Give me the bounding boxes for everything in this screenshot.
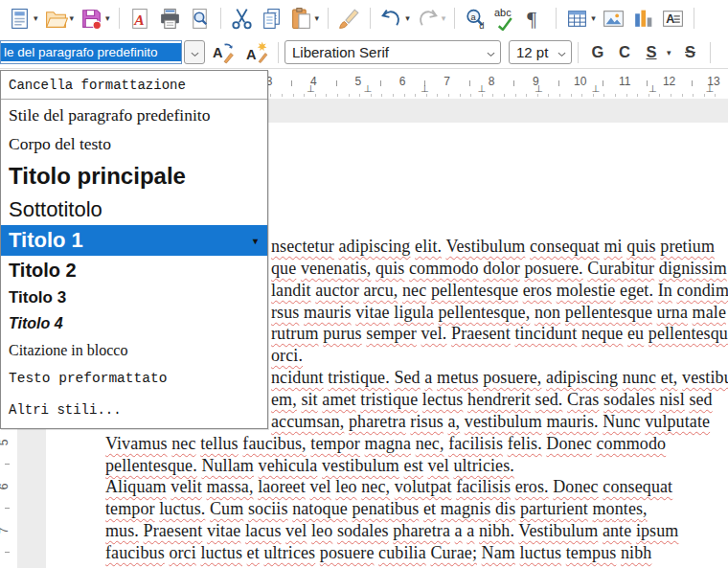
standard-toolbar: ▾▾▾A▾▾▾adabc¶▾A bbox=[0, 0, 728, 36]
undo-button[interactable]: ▾ bbox=[376, 4, 413, 33]
ruler-number: 11 bbox=[619, 75, 630, 88]
dropdown-arrow-icon[interactable]: ▾ bbox=[315, 13, 320, 23]
svg-text:A: A bbox=[213, 45, 223, 60]
paragraph-style-input[interactable]: le del paragrafo predefinito bbox=[0, 40, 182, 64]
tab-stop-marker[interactable]: ⊥ bbox=[364, 83, 373, 94]
formatting-marks-button[interactable]: ¶ bbox=[520, 4, 550, 33]
ruler-number: 6 bbox=[399, 75, 406, 88]
print-preview-button[interactable] bbox=[185, 4, 215, 33]
print-icon bbox=[158, 7, 182, 31]
open-button[interactable]: ▾ bbox=[41, 4, 78, 33]
insert-chart-button[interactable] bbox=[628, 4, 658, 33]
export-pdf-button[interactable]: A bbox=[125, 4, 155, 33]
document-text-line: mus. Praesent vitae lacus vel leo sodale… bbox=[105, 521, 678, 541]
chevron-down-icon[interactable] bbox=[557, 44, 566, 60]
ruler-minor-tick bbox=[426, 94, 427, 97]
paragraph-style-dropdown-button[interactable] bbox=[184, 40, 205, 64]
cut-button[interactable] bbox=[227, 4, 257, 33]
tab-stop-marker[interactable]: ⊥ bbox=[535, 83, 543, 94]
insert-textbox-button[interactable]: A bbox=[658, 4, 688, 33]
tab-stop-marker[interactable]: ⊥ bbox=[592, 83, 601, 94]
ruler-minor-tick bbox=[659, 94, 660, 97]
style-item-label: Titolo principale bbox=[9, 163, 186, 190]
document-text-line: ncidunt tristique. Sed a metus posuere, … bbox=[271, 368, 728, 388]
find-replace-icon: ad bbox=[464, 7, 488, 31]
paragraph-style-menu: Cancella formattazioneStile del paragraf… bbox=[0, 70, 268, 429]
style-item-citazione-in-blocco[interactable]: Citazione in blocco bbox=[1, 337, 267, 364]
copy-button[interactable] bbox=[257, 4, 286, 33]
ruler-number: 12 bbox=[663, 75, 675, 88]
style-item-cancella-formattazione[interactable]: Cancella formattazione bbox=[1, 72, 267, 98]
style-item-testo-preformattato[interactable]: Testo preformattato bbox=[1, 364, 267, 393]
dropdown-arrow-icon[interactable]: ▾ bbox=[70, 13, 75, 23]
update-style-icon: A bbox=[212, 40, 236, 64]
ruler-minor-tick bbox=[304, 94, 305, 97]
italic-button[interactable]: C bbox=[611, 43, 638, 61]
formatting-marks-icon: ¶ bbox=[523, 7, 547, 31]
print-button[interactable] bbox=[155, 4, 185, 33]
style-item-stile-del-paragrafo-predefinito[interactable]: Stile del paragrafo predefinito bbox=[1, 101, 267, 129]
bold-button[interactable]: G bbox=[584, 43, 611, 61]
style-item-titolo-4[interactable]: Titolo 4 bbox=[1, 310, 267, 337]
ruler-minor-tick bbox=[326, 94, 327, 97]
ruler-tick bbox=[469, 80, 470, 86]
font-size-combo[interactable]: 12 pt bbox=[509, 40, 572, 64]
ruler-minor-tick bbox=[293, 94, 294, 97]
style-item-titolo-3[interactable]: Titolo 3 bbox=[1, 285, 267, 310]
style-item-titolo-1[interactable]: Titolo 1▾ bbox=[1, 225, 267, 256]
toolbar-separator bbox=[220, 8, 221, 29]
style-item-label: Cancella formattazione bbox=[9, 78, 186, 93]
tab-stop-marker[interactable]: ⊥ bbox=[706, 83, 715, 94]
style-item-label: Sottotitolo bbox=[9, 197, 102, 222]
ruler-minor-tick bbox=[492, 94, 493, 97]
ruler-number: 7 bbox=[0, 528, 11, 534]
chevron-down-icon[interactable] bbox=[487, 44, 495, 60]
style-item-sottotitolo[interactable]: Sottotitolo bbox=[1, 193, 267, 225]
style-item-label: Titolo 1 bbox=[9, 228, 83, 253]
tab-stop-marker[interactable]: ⊥ bbox=[648, 83, 657, 94]
new-document-icon bbox=[8, 7, 32, 31]
ruler-minor-tick bbox=[315, 94, 316, 97]
spelling-icon: abc bbox=[493, 7, 517, 31]
dropdown-arrow-icon[interactable]: ▾ bbox=[405, 13, 410, 23]
dropdown-arrow-icon[interactable]: ▾ bbox=[34, 13, 38, 23]
tab-stop-marker[interactable]: ⊥ bbox=[421, 83, 429, 94]
ruler-minor-tick bbox=[470, 94, 471, 97]
clone-formatting-button[interactable] bbox=[334, 4, 364, 33]
toolbar-separator bbox=[119, 8, 120, 29]
ruler-minor-tick bbox=[537, 94, 538, 97]
update-style-button[interactable]: A bbox=[209, 38, 239, 67]
underline-dropdown-arrow[interactable]: ▾ bbox=[667, 48, 671, 57]
document-text-line: pellentesque. Nullam vehicula vestibulum… bbox=[105, 456, 514, 476]
style-item-titolo-2[interactable]: Titolo 2 bbox=[1, 256, 267, 285]
dropdown-arrow-icon[interactable]: ▾ bbox=[105, 13, 110, 23]
ruler-tick bbox=[291, 80, 292, 86]
tab-stop-marker[interactable]: ⊥ bbox=[307, 83, 315, 94]
font-size-value: 12 pt bbox=[516, 44, 548, 60]
font-name-combo[interactable]: Liberation Serif bbox=[284, 40, 501, 64]
insert-table-button[interactable]: ▾ bbox=[562, 4, 599, 33]
ruler-number: 8 bbox=[489, 75, 495, 88]
insert-image-button[interactable] bbox=[599, 4, 628, 33]
ruler-minor-tick bbox=[359, 94, 360, 97]
save-button[interactable]: ▾ bbox=[77, 4, 113, 33]
document-text-line: tempor luctus. Cum sociis natoque penati… bbox=[105, 499, 648, 519]
document-text-line: que venenatis, quis commodo dolor posuer… bbox=[271, 259, 727, 279]
new-style-button[interactable]: A bbox=[242, 38, 272, 67]
style-item-titolo-principale[interactable]: Titolo principale bbox=[1, 158, 267, 193]
style-item-corpo-del-testo[interactable]: Corpo del testo bbox=[1, 129, 267, 158]
strikethrough-button[interactable]: S bbox=[677, 43, 704, 61]
style-item-label: Testo preformattato bbox=[9, 371, 167, 386]
spelling-button[interactable]: abc bbox=[490, 4, 520, 33]
paste-button[interactable]: ▾ bbox=[286, 4, 323, 33]
new-document-button[interactable]: ▾ bbox=[5, 4, 41, 33]
formatting-toolbar: le del paragrafo predefinito A A Liberat… bbox=[0, 36, 728, 69]
insert-textbox-icon: A bbox=[661, 7, 685, 31]
style-item-altri-stili[interactable]: Altri stili... bbox=[1, 393, 267, 427]
underline-button[interactable]: S bbox=[638, 43, 665, 61]
ruler-minor-tick bbox=[581, 94, 582, 97]
chevron-down-icon bbox=[191, 44, 199, 61]
tab-stop-marker[interactable]: ⊥ bbox=[478, 83, 487, 94]
find-replace-button[interactable]: ad bbox=[461, 4, 490, 33]
dropdown-arrow-icon[interactable]: ▾ bbox=[591, 13, 596, 23]
